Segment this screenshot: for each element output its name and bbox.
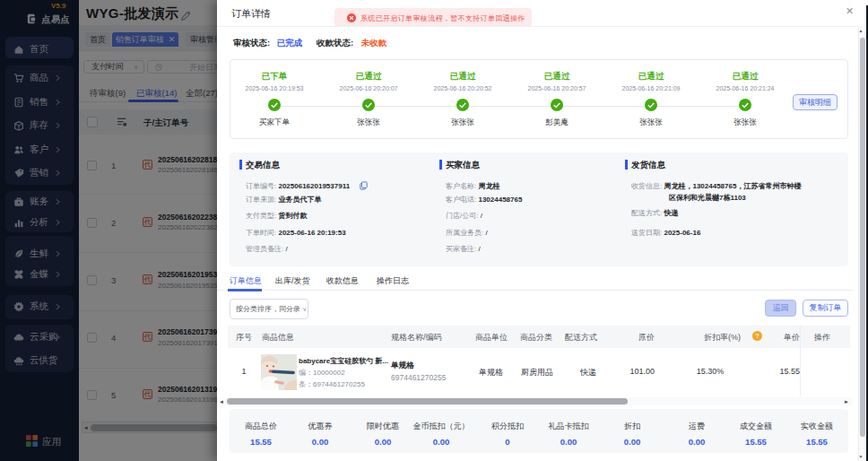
svg-text:?: ? xyxy=(755,332,760,340)
